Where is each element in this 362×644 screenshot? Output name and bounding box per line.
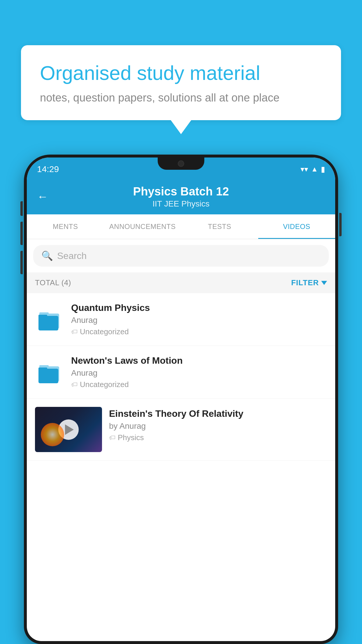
tag-icon: 🏷 bbox=[109, 434, 115, 442]
battery-icon: ▮ bbox=[321, 165, 325, 174]
notch bbox=[158, 158, 204, 170]
speech-bubble: Organised study material notes, question… bbox=[21, 45, 341, 120]
item-tag: 🏷 Uncategorized bbox=[71, 327, 327, 336]
total-count: TOTAL (4) bbox=[35, 278, 71, 287]
header-subtitle: IIT JEE Physics bbox=[37, 199, 325, 209]
folder-icon bbox=[38, 307, 61, 332]
filter-icon bbox=[321, 281, 327, 285]
item-info: Newton's Laws of Motion Anurag 🏷 Uncateg… bbox=[71, 355, 327, 389]
tabs-bar: MENTS ANNOUNCEMENTS TESTS VIDEOS bbox=[27, 214, 335, 239]
bubble-subtitle: notes, question papers, solutions all at… bbox=[40, 92, 322, 104]
play-icon bbox=[65, 424, 74, 435]
list-item[interactable]: Newton's Laws of Motion Anurag 🏷 Uncateg… bbox=[27, 346, 335, 399]
signal-icon: ▲ bbox=[311, 165, 318, 173]
svg-rect-6 bbox=[38, 369, 58, 383]
status-icons: ▾▾ ▲ ▮ bbox=[301, 165, 325, 174]
item-tag: 🏷 Uncategorized bbox=[71, 380, 327, 389]
svg-rect-2 bbox=[38, 316, 58, 330]
power-button bbox=[339, 213, 342, 236]
volume-down-button bbox=[20, 251, 23, 274]
phone-frame: 14:29 ▾▾ ▲ ▮ ← Physics Batch 12 IIT JEE … bbox=[24, 155, 338, 644]
search-icon: 🔍 bbox=[41, 250, 53, 261]
glow-effect bbox=[41, 423, 64, 446]
filter-button[interactable]: FILTER bbox=[291, 278, 327, 287]
item-thumbnail bbox=[35, 360, 64, 385]
status-time: 14:29 bbox=[37, 164, 59, 174]
video-list: Quantum Physics Anurag 🏷 Uncategorized bbox=[27, 293, 335, 461]
bubble-title: Organised study material bbox=[40, 61, 322, 85]
item-author: by Anurag bbox=[109, 421, 327, 431]
search-container: 🔍 Search bbox=[27, 239, 335, 272]
wifi-icon: ▾▾ bbox=[301, 165, 308, 174]
mute-button bbox=[20, 201, 23, 216]
tag-label: Uncategorized bbox=[80, 380, 129, 389]
list-item[interactable]: Einstein's Theory Of Relativity by Anura… bbox=[27, 399, 335, 461]
tag-label: Physics bbox=[118, 433, 144, 442]
tab-announcements[interactable]: ANNOUNCEMENTS bbox=[104, 214, 181, 239]
tab-ments[interactable]: MENTS bbox=[27, 214, 104, 239]
svg-rect-3 bbox=[38, 315, 47, 318]
item-tag: 🏷 Physics bbox=[109, 433, 327, 442]
search-box[interactable]: 🔍 Search bbox=[33, 245, 329, 267]
item-thumbnail bbox=[35, 307, 64, 332]
tab-tests[interactable]: TESTS bbox=[181, 214, 258, 239]
camera bbox=[178, 160, 184, 167]
header-title: Physics Batch 12 bbox=[37, 185, 325, 198]
item-title: Newton's Laws of Motion bbox=[71, 355, 327, 366]
speech-bubble-container: Organised study material notes, question… bbox=[21, 45, 341, 120]
folder-icon bbox=[38, 360, 61, 385]
item-title: Quantum Physics bbox=[71, 302, 327, 313]
app-header: ← Physics Batch 12 IIT JEE Physics bbox=[27, 178, 335, 214]
item-author: Anurag bbox=[71, 316, 327, 325]
tag-icon: 🏷 bbox=[71, 328, 78, 336]
item-info: Einstein's Theory Of Relativity by Anura… bbox=[109, 407, 327, 442]
back-button[interactable]: ← bbox=[37, 190, 48, 203]
item-info: Quantum Physics Anurag 🏷 Uncategorized bbox=[71, 302, 327, 336]
filter-bar: TOTAL (4) FILTER bbox=[27, 272, 335, 293]
filter-label: FILTER bbox=[291, 278, 319, 287]
tag-icon: 🏷 bbox=[71, 381, 78, 388]
video-thumbnail bbox=[35, 407, 102, 452]
list-item[interactable]: Quantum Physics Anurag 🏷 Uncategorized bbox=[27, 293, 335, 346]
volume-up-button bbox=[20, 222, 23, 245]
tab-videos[interactable]: VIDEOS bbox=[258, 214, 335, 239]
phone-screen: 14:29 ▾▾ ▲ ▮ ← Physics Batch 12 IIT JEE … bbox=[27, 158, 335, 641]
tag-label: Uncategorized bbox=[80, 327, 129, 336]
search-placeholder: Search bbox=[57, 251, 87, 261]
item-title: Einstein's Theory Of Relativity bbox=[109, 408, 327, 419]
item-author: Anurag bbox=[71, 368, 327, 378]
svg-rect-7 bbox=[38, 368, 47, 370]
